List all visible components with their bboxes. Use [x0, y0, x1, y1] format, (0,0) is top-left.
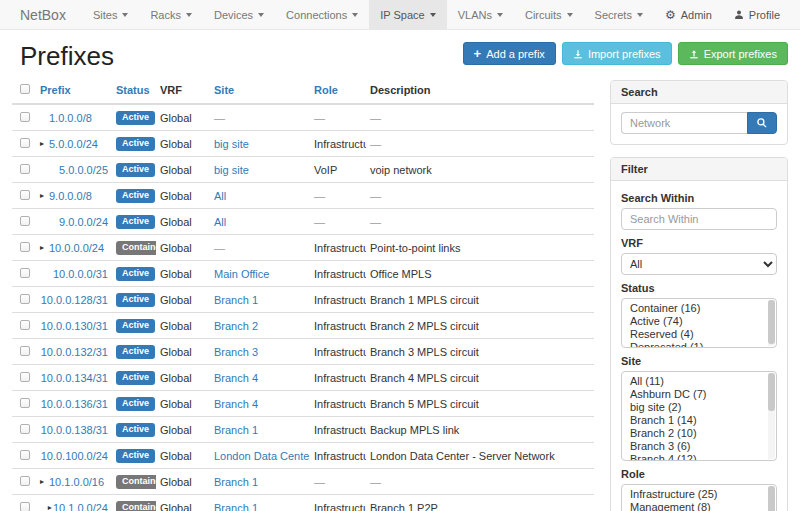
search-within-input[interactable] — [621, 208, 777, 230]
row-checkbox[interactable] — [20, 112, 30, 122]
site-link[interactable]: Main Office — [214, 268, 269, 280]
status-badge[interactable]: Active — [116, 111, 155, 125]
expand-arrow-icon[interactable]: ▸ — [40, 242, 49, 254]
site-filter-option[interactable]: big site (2) — [622, 401, 766, 414]
scrollbar-track[interactable] — [768, 486, 775, 511]
site-link[interactable]: Branch 1 — [214, 294, 258, 306]
row-checkbox[interactable] — [20, 424, 30, 434]
site-link[interactable]: Branch 4 — [214, 372, 258, 384]
site-link[interactable]: Branch 4 — [214, 398, 258, 410]
site-filter-listbox[interactable]: All (11)Ashburn DC (7)big site (2)Branch… — [621, 371, 777, 461]
scrollbar-thumb[interactable] — [768, 373, 775, 411]
row-checkbox[interactable] — [20, 268, 30, 278]
prefix-link[interactable]: 10.0.0.130/31 — [41, 320, 108, 332]
scrollbar-track[interactable] — [768, 373, 775, 459]
brand-logo[interactable]: NetBox — [0, 0, 82, 29]
nav-item-circuits[interactable]: Circuits — [514, 0, 584, 29]
role-filter-option[interactable]: Management (8) — [622, 501, 766, 511]
status-filter-listbox[interactable]: Container (16)Active (74)Reserved (4)Dep… — [621, 298, 777, 348]
row-checkbox[interactable] — [20, 476, 30, 486]
row-checkbox[interactable] — [20, 398, 30, 408]
status-badge[interactable]: Active — [116, 449, 155, 463]
row-checkbox[interactable] — [20, 164, 30, 174]
row-checkbox[interactable] — [20, 216, 30, 226]
row-checkbox[interactable] — [20, 320, 30, 330]
site-filter-option[interactable]: All (11) — [622, 375, 766, 388]
status-badge[interactable]: Container — [116, 241, 156, 255]
column-header-site[interactable]: Site — [210, 80, 310, 104]
prefix-link[interactable]: 5.0.0.0/24 — [49, 138, 98, 150]
status-badge[interactable]: Active — [116, 397, 155, 411]
nav-item-admin[interactable]: ⚙ Admin — [654, 0, 723, 29]
row-checkbox[interactable] — [20, 190, 30, 200]
site-link[interactable]: All — [214, 216, 226, 228]
column-header-role[interactable]: Role — [310, 80, 366, 104]
column-header-prefix[interactable]: Prefix — [36, 80, 112, 104]
site-filter-option[interactable]: Branch 2 (10) — [622, 427, 766, 440]
prefix-link[interactable]: 10.1.0.0/24 — [53, 502, 108, 511]
add-prefix-button[interactable]: + Add a prefix — [463, 42, 556, 65]
site-link[interactable]: Branch 1 — [214, 502, 258, 511]
row-checkbox[interactable] — [20, 242, 30, 252]
status-badge[interactable]: Active — [116, 423, 155, 437]
prefix-link[interactable]: 10.0.0.136/31 — [41, 398, 108, 410]
prefix-link[interactable]: 10.0.0.132/31 — [41, 346, 108, 358]
vrf-select[interactable]: All — [621, 253, 777, 275]
status-badge[interactable]: Active — [116, 293, 155, 307]
status-badge[interactable]: Active — [116, 319, 155, 333]
scrollbar-track[interactable] — [768, 300, 775, 346]
prefix-link[interactable]: 1.0.0.0/8 — [49, 112, 92, 124]
prefix-link[interactable]: 9.0.0.0/8 — [49, 190, 92, 202]
nav-item-connections[interactable]: Connections — [275, 0, 369, 29]
status-filter-option[interactable]: Container (16) — [622, 302, 766, 315]
nav-item-profile[interactable]: Profile — [723, 0, 791, 29]
nav-item-racks[interactable]: Racks — [139, 0, 203, 29]
search-button[interactable] — [747, 112, 777, 134]
role-filter-option[interactable]: Infrastructure (25) — [622, 488, 766, 501]
status-badge[interactable]: Container — [116, 475, 156, 489]
site-link[interactable]: big site — [214, 138, 249, 150]
status-badge[interactable]: Active — [116, 189, 155, 203]
row-checkbox[interactable] — [20, 138, 30, 148]
status-badge[interactable]: Active — [116, 163, 155, 177]
import-prefixes-button[interactable]: Import prefixes — [562, 42, 672, 65]
nav-item-sites[interactable]: Sites — [82, 0, 139, 29]
select-all-checkbox[interactable] — [20, 84, 30, 94]
nav-item-ip-space[interactable]: IP Space — [369, 0, 446, 29]
status-filter-option[interactable]: Deprecated (1) — [622, 341, 766, 348]
status-badge[interactable]: Active — [116, 137, 155, 151]
site-link[interactable]: Branch 3 — [214, 346, 258, 358]
status-badge[interactable]: Active — [116, 345, 155, 359]
status-badge[interactable]: Active — [116, 215, 155, 229]
row-checkbox[interactable] — [20, 372, 30, 382]
prefix-link[interactable]: 9.0.0.0/24 — [59, 216, 108, 228]
column-header-status[interactable]: Status — [112, 80, 156, 104]
status-filter-option[interactable]: Reserved (4) — [622, 328, 766, 341]
export-prefixes-button[interactable]: Export prefixes — [678, 42, 788, 65]
prefix-link[interactable]: 10.0.0.134/31 — [41, 372, 108, 384]
site-link[interactable]: big site — [214, 164, 249, 176]
nav-item-devices[interactable]: Devices — [203, 0, 275, 29]
site-link[interactable]: All — [214, 190, 226, 202]
site-filter-option[interactable]: Branch 1 (14) — [622, 414, 766, 427]
expand-arrow-icon[interactable]: ▸ — [40, 190, 49, 202]
scrollbar-thumb[interactable] — [768, 486, 775, 511]
site-filter-option[interactable]: Ashburn DC (7) — [622, 388, 766, 401]
prefix-link[interactable]: 10.0.100.0/24 — [41, 450, 108, 462]
row-checkbox[interactable] — [20, 450, 30, 460]
site-filter-option[interactable]: Branch 4 (12) — [622, 453, 766, 461]
status-filter-option[interactable]: Active (74) — [622, 315, 766, 328]
nav-item-vlans[interactable]: VLANs — [447, 0, 514, 29]
prefix-link[interactable]: 10.0.0.128/31 — [41, 294, 108, 306]
site-link[interactable]: Branch 2 — [214, 320, 258, 332]
prefix-link[interactable]: 10.0.0.138/31 — [41, 424, 108, 436]
row-checkbox[interactable] — [20, 294, 30, 304]
prefix-link[interactable]: 10.0.0.0/31 — [53, 268, 108, 280]
scrollbar-thumb[interactable] — [768, 300, 775, 344]
prefix-link[interactable]: 10.1.0.0/16 — [49, 476, 104, 488]
site-link[interactable]: Branch 1 — [214, 424, 258, 436]
role-filter-listbox[interactable]: Infrastructure (25)Management (8)Private… — [621, 484, 777, 511]
prefix-link[interactable]: 5.0.0.0/25 — [59, 164, 108, 176]
expand-arrow-icon[interactable]: ▸ — [40, 138, 49, 150]
search-input[interactable] — [621, 112, 747, 134]
